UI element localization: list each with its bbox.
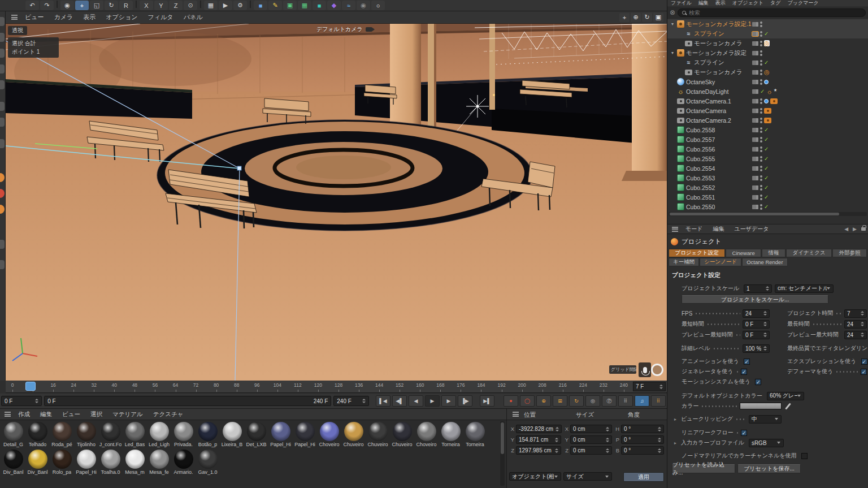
field-menu-button[interactable]: ◆ bbox=[327, 1, 341, 10]
timeline-playhead[interactable] bbox=[25, 382, 36, 391]
tab-キー補間[interactable]: キー補間 bbox=[669, 258, 699, 266]
left-toolbar-icon[interactable] bbox=[0, 33, 5, 42]
cloner-menu-button[interactable]: ▦ bbox=[298, 1, 311, 10]
left-toolbar-icon[interactable] bbox=[0, 49, 5, 58]
left-toolbar-icon[interactable] bbox=[0, 102, 5, 111]
record-parameter-button[interactable]: ◎ bbox=[585, 395, 600, 407]
autokeying-button[interactable]: ◯ bbox=[520, 395, 535, 407]
visibility-dots[interactable] bbox=[760, 60, 762, 66]
tab-ダイナミクス[interactable]: ダイナミクス bbox=[786, 249, 832, 257]
left-toolbar-icon[interactable] bbox=[0, 64, 5, 74]
sound-button[interactable]: ♫ bbox=[635, 395, 649, 407]
zoom-view-icon[interactable]: ⊕ bbox=[631, 13, 641, 22]
lock-icon[interactable] bbox=[861, 227, 866, 231]
coordinate-system-toggle[interactable]: ⊙ bbox=[184, 1, 197, 10]
current-frame-field[interactable]: 7 F bbox=[633, 382, 666, 391]
motion-camera-tag-icon[interactable]: ◎ bbox=[764, 69, 770, 75]
material-thumbnail[interactable]: Chuveiro bbox=[390, 422, 414, 447]
material-thumbnail[interactable]: Torneira bbox=[439, 422, 463, 447]
tab-Cineware[interactable]: Cineware bbox=[726, 249, 761, 257]
eyedropper-icon[interactable] bbox=[785, 403, 791, 409]
material-thumbnail[interactable]: Tijolinho bbox=[74, 422, 98, 447]
camera-tag-icon[interactable] bbox=[764, 108, 771, 114]
material-thumbnail[interactable]: J_cont.Fo bbox=[98, 422, 123, 447]
angle-b-input[interactable]: 0 ° bbox=[621, 446, 664, 455]
material-thumbnail[interactable]: Telhado bbox=[25, 422, 50, 447]
layer-chip[interactable] bbox=[752, 61, 758, 65]
redo-icon[interactable]: ↷ bbox=[40, 1, 54, 10]
tab-プロジェクト設定[interactable]: プロジェクト設定 bbox=[669, 249, 725, 257]
record-pla-button[interactable]: Ⓟ bbox=[602, 395, 617, 407]
tab-Octane Render[interactable]: Octane Render bbox=[742, 258, 787, 266]
tab-情報[interactable]: 情報 bbox=[762, 249, 785, 257]
left-toolbar[interactable] bbox=[0, 11, 6, 381]
attribute-menu-icon[interactable] bbox=[672, 227, 678, 232]
record-rotation-button[interactable]: ↻ bbox=[569, 395, 584, 407]
layer-chip[interactable] bbox=[752, 166, 758, 171]
menu-item-選択[interactable]: 選択 bbox=[85, 411, 107, 418]
prev-frame-button[interactable]: ◀ bbox=[409, 395, 423, 407]
angle-p-input[interactable]: 0 ° bbox=[621, 435, 664, 444]
undo-icon[interactable]: ↶ bbox=[25, 1, 39, 10]
layer-chip[interactable] bbox=[752, 147, 758, 152]
texture-tag-icon[interactable] bbox=[764, 99, 769, 103]
object-row[interactable]: Cubo.2551✓ bbox=[667, 192, 868, 202]
object-row[interactable]: Cubo.2558✓ bbox=[667, 125, 868, 135]
material-thumbnail[interactable]: Papel_Hi bbox=[268, 422, 293, 447]
visibility-dots[interactable] bbox=[760, 185, 762, 191]
left-toolbar-icon[interactable] bbox=[0, 189, 5, 198]
min-time-input[interactable]: 0 F bbox=[743, 320, 770, 329]
enabled-check-icon[interactable]: ✓ bbox=[764, 204, 769, 210]
enabled-check-icon[interactable]: ✓ bbox=[760, 88, 765, 94]
material-thumbnail[interactable]: Led_Bas bbox=[123, 422, 147, 447]
viewport-menu-icon[interactable] bbox=[11, 15, 18, 20]
use-deformers-checkbox[interactable]: ✓ bbox=[861, 369, 867, 375]
layer-chip[interactable] bbox=[752, 157, 758, 161]
menu-item-フィルタ[interactable]: フィルタ bbox=[143, 13, 179, 21]
detail-level-input[interactable]: 100 % bbox=[743, 344, 770, 353]
mograph-menu-button[interactable]: ▣ bbox=[283, 1, 297, 10]
enabled-check-icon[interactable]: ✓ bbox=[764, 156, 769, 162]
left-toolbar-icon[interactable] bbox=[0, 260, 5, 269]
record-keyframe-button[interactable]: ● bbox=[504, 395, 518, 407]
material-thumbnail[interactable]: Privada. bbox=[171, 422, 196, 447]
layer-chip[interactable] bbox=[752, 118, 758, 123]
default-color-select[interactable]: 60% グレー bbox=[767, 392, 804, 400]
camera-tag-icon[interactable] bbox=[770, 98, 778, 104]
layer-chip[interactable] bbox=[752, 109, 758, 113]
menu-item-ユーザデータ[interactable]: ユーザデータ bbox=[729, 225, 774, 233]
menu-item-表示[interactable]: 表示 bbox=[78, 13, 101, 21]
visibility-dots[interactable] bbox=[760, 31, 762, 37]
menu-item-編集[interactable]: 編集 bbox=[35, 411, 57, 418]
max-time-input[interactable]: 24 bbox=[844, 320, 867, 329]
visibility-dots[interactable] bbox=[760, 127, 762, 133]
material-thumbnail[interactable]: Mesa_fe bbox=[147, 450, 171, 475]
rotate-view-icon[interactable]: ↻ bbox=[642, 13, 652, 22]
layer-chip[interactable] bbox=[752, 51, 758, 55]
object-row[interactable]: OctaneCamera.1 bbox=[667, 96, 868, 106]
left-toolbar-icon[interactable] bbox=[0, 139, 5, 148]
range-end-input[interactable]: 240 F bbox=[333, 396, 369, 406]
enabled-check-icon[interactable]: ✓ bbox=[764, 136, 769, 142]
enabled-check-icon[interactable]: ✓ bbox=[764, 59, 769, 66]
left-toolbar-icon[interactable] bbox=[0, 173, 5, 182]
last-used-tool[interactable]: R bbox=[119, 1, 133, 10]
render-settings-button[interactable]: ⚙ bbox=[233, 1, 247, 10]
object-row[interactable]: Cubo.2552✓ bbox=[667, 183, 868, 192]
compass-overlay-button[interactable] bbox=[649, 361, 666, 378]
material-thumbnail[interactable]: Torneira bbox=[463, 422, 487, 447]
material-thumbnail[interactable]: Botão_p bbox=[196, 422, 220, 447]
history-forward-icon[interactable]: ▶ bbox=[853, 226, 857, 232]
goto-end-button[interactable]: ▶▌ bbox=[480, 395, 494, 407]
object-row[interactable]: Cubo.2556✓ bbox=[667, 144, 868, 154]
menu-item-ファイル[interactable]: ファイル bbox=[667, 0, 695, 6]
layer-chip[interactable] bbox=[752, 185, 758, 190]
menu-item-マテリアル[interactable]: マテリアル bbox=[107, 411, 148, 418]
tab-シーンノード[interactable]: シーンノード bbox=[700, 258, 741, 266]
enabled-check-icon[interactable]: ✓ bbox=[764, 146, 769, 152]
node-material-checkbox[interactable] bbox=[801, 453, 808, 459]
visibility-dots[interactable] bbox=[760, 137, 762, 142]
layer-chip[interactable] bbox=[752, 89, 758, 94]
view-type-label[interactable]: 透視 bbox=[8, 26, 27, 35]
search-field[interactable] bbox=[678, 8, 866, 17]
